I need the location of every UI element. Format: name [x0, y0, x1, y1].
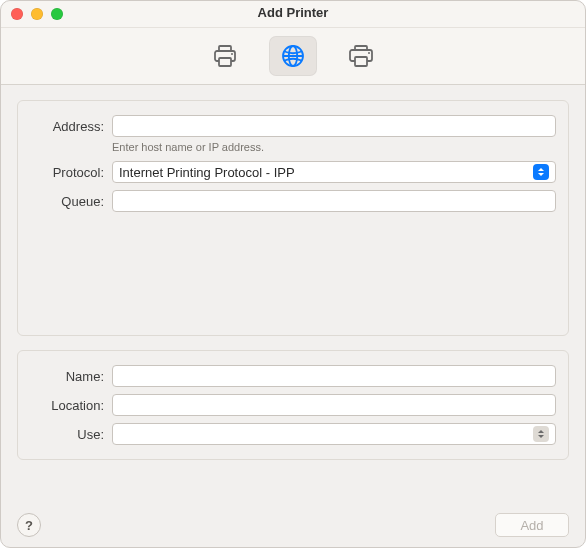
svg-point-10 — [368, 52, 370, 54]
windows-printer-tab[interactable] — [337, 36, 385, 76]
svg-rect-8 — [355, 46, 367, 50]
select-stepper-icon — [533, 426, 549, 442]
add-button-label: Add — [520, 518, 543, 533]
add-button[interactable]: Add — [495, 513, 569, 537]
protocol-select[interactable]: Internet Printing Protocol - IPP — [112, 161, 556, 183]
select-stepper-icon — [533, 164, 549, 180]
address-label: Address: — [30, 119, 112, 134]
protocol-label: Protocol: — [30, 165, 112, 180]
ip-printer-tab[interactable] — [269, 36, 317, 76]
use-select[interactable] — [112, 423, 556, 445]
titlebar: Add Printer — [1, 1, 585, 28]
location-label: Location: — [30, 398, 112, 413]
toolbar — [1, 28, 585, 85]
help-icon: ? — [25, 518, 33, 533]
svg-rect-9 — [355, 57, 367, 66]
protocol-value: Internet Printing Protocol - IPP — [119, 165, 295, 180]
toolbar-segment — [201, 36, 385, 76]
svg-rect-2 — [219, 58, 231, 66]
use-label: Use: — [30, 427, 112, 442]
window-title: Add Printer — [1, 5, 585, 20]
default-printer-tab[interactable] — [201, 36, 249, 76]
name-input[interactable] — [112, 365, 556, 387]
address-input[interactable] — [112, 115, 556, 137]
address-hint: Enter host name or IP address. — [112, 141, 556, 153]
queue-label: Queue: — [30, 194, 112, 209]
big-printer-icon — [347, 44, 375, 68]
help-button[interactable]: ? — [17, 513, 41, 537]
queue-input[interactable] — [112, 190, 556, 212]
printer-icon — [212, 44, 238, 68]
location-input[interactable] — [112, 394, 556, 416]
name-label: Name: — [30, 369, 112, 384]
connection-panel: Address: Enter host name or IP address. … — [17, 100, 569, 336]
add-printer-window: Add Printer — [0, 0, 586, 548]
globe-icon — [280, 43, 306, 69]
content-area: Address: Enter host name or IP address. … — [1, 84, 585, 547]
svg-point-3 — [231, 53, 233, 55]
footer: ? Add — [17, 513, 569, 537]
description-panel: Name: Location: Use: — [17, 350, 569, 460]
